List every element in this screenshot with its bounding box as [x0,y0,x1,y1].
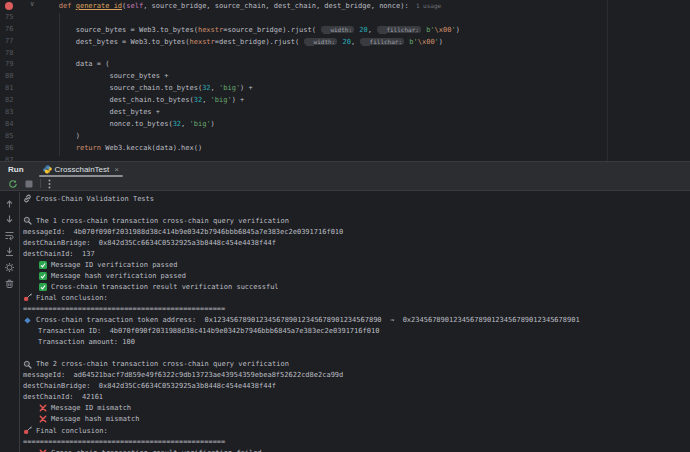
check-icon [38,282,47,291]
fold-chevron-icon[interactable]: ∨ [30,0,34,11]
console-text: Message ID verification passed [51,261,177,269]
stop-icon[interactable] [25,180,33,188]
trash-icon[interactable] [4,278,15,289]
code-text: data = ( [42,59,109,71]
check-icon [38,260,47,269]
console-text: Cross-chain transaction result verificat… [51,449,262,452]
code-line: 80 source_bytes + [0,71,690,83]
code-text: dest_bytes + [42,107,160,119]
code-text: return Web3.keccak(data).hex() [42,143,202,155]
line-number: 76 [5,24,13,36]
code-line: 82 dest_chain.to_bytes(32, 'big') + [0,95,690,107]
scroll-end-icon[interactable] [4,246,15,257]
console-text: Transaction ID: 4b070f090f2031988d38c414… [38,327,379,335]
code-line: 75 [0,12,690,24]
console-text: The 1 cross-chain transaction cross-chai… [36,217,289,225]
check-icon [38,271,47,280]
code-line: ∨ def generate_id(self, source_bridge, s… [0,0,690,12]
console-text: messageId: 4b070f090f2031988d38c414b9e03… [23,228,343,236]
console-text: ========================================… [23,438,225,446]
console-line: ========================================… [23,436,690,447]
more-icon[interactable] [48,179,51,189]
code-line: 76 source_bytes = Web3.to_bytes(hexstr=s… [0,24,690,36]
console-text: messageId: ad64521bacf7d859e49f6322c9db1… [23,371,343,379]
line-number: 84 [5,119,13,131]
breakpoint-dot[interactable] [5,2,13,10]
code-line: 85 ) [0,131,690,143]
diamond-icon [23,316,32,325]
code-text: source_bytes + [42,71,168,83]
console-text: Transaction amount: 100 [38,338,135,346]
line-number: 75 [5,12,13,24]
console-line: messageId: ad64521bacf7d859e49f6322c9db1… [23,370,690,381]
console-text: destChainId: 42161 [23,393,103,401]
console-line: Cross-chain transaction result verificat… [23,447,690,452]
tab-label: CrosschainTest [55,165,110,174]
python-icon [43,165,52,174]
console-line: Final conclusion: [23,292,690,303]
console-line: destChainBridge: 0x842d35Cc6634C0532925a… [23,237,690,248]
console-line: Cross-chain transaction result verificat… [23,281,690,292]
console-line [23,204,690,215]
console-text: destChainId: 137 [23,250,95,258]
run-console: Cross-Chain Validation TestsThe 1 cross-… [0,192,690,452]
line-number: 81 [5,83,13,95]
console-text: The 2 cross-chain transaction cross-chai… [36,360,289,368]
cross-icon [38,404,47,413]
console-line: Message ID mismatch [23,403,690,414]
line-number: 78 [5,48,13,60]
line-number: 79 [5,59,13,71]
active-tab-underline [39,175,123,177]
code-text: source_chain.to_bytes(32, 'big') + [42,83,253,95]
console-text: Final conclusion: [36,294,108,302]
console-line: Transaction amount: 100 [23,337,690,348]
code-editor[interactable]: ∨ def generate_id(self, source_bridge, s… [0,0,690,161]
console-text: Cross-chain transaction result verificat… [51,283,279,291]
magnifier-icon [23,216,32,225]
console-text: Final conclusion: [36,427,108,435]
run-panel: Run CrosschainTest × [0,161,690,452]
console-line: destChainBridge: 0x842d35Cc6634C0532925a… [23,381,690,392]
code-line: 78 [0,48,690,60]
toolbar-divider [40,179,41,188]
console-line: Transaction ID: 4b070f090f2031988d38c414… [23,326,690,337]
arrow-down-icon[interactable] [4,214,15,225]
soft-wrap-icon[interactable] [4,230,15,241]
console-line: Cross-Chain Validation Tests [23,193,690,204]
close-icon[interactable]: × [114,166,119,174]
arrow-up-icon[interactable] [4,198,15,209]
code-line: 86 return Web3.keccak(data).hex() [0,143,690,155]
console-line: Cross-chain transaction token address: 0… [23,315,690,326]
settings-gear-icon[interactable] [4,262,15,273]
console-text: Message hash mismatch [51,415,140,423]
console-line: The 2 cross-chain transaction cross-chai… [23,359,690,370]
run-panel-header: Run CrosschainTest × [0,162,690,177]
code-text: ) [42,131,80,143]
cross-icon [38,448,47,452]
line-number: 86 [5,143,13,155]
tab-crosschaintest[interactable]: CrosschainTest × [36,162,126,177]
console-text: Message hash verification passed [51,272,186,280]
run-toolbar [0,177,690,191]
cross-icon [38,415,47,424]
console-line: ========================================… [23,303,690,314]
console-output[interactable]: Cross-Chain Validation TestsThe 1 cross-… [20,192,690,452]
dart-icon [23,426,32,435]
code-line: 83 dest_bytes + [0,107,690,119]
line-number: 82 [5,95,13,107]
console-line: Message ID verification passed [23,259,690,270]
console-line: Message hash verification passed [23,270,690,281]
console-text: destChainBridge: 0x842d35Cc6634C0532925a… [23,382,276,390]
console-line: The 1 cross-chain transaction cross-chai… [23,215,690,226]
line-number: 83 [5,107,13,119]
console-text: Cross-Chain Validation Tests [36,195,154,203]
rerun-icon[interactable] [8,179,18,189]
code-text: nonce.to_bytes(32, 'big') [42,119,215,131]
console-gutter [0,192,20,452]
console-text: destChainBridge: 0x842d35Cc6634C0532925a… [23,239,276,247]
code-line: 84 nonce.to_bytes(32, 'big') [0,119,690,131]
line-number: 77 [5,36,13,48]
console-text: Message ID mismatch [51,404,131,412]
line-number: 85 [5,131,13,143]
code-line: 79 data = ( [0,59,690,71]
